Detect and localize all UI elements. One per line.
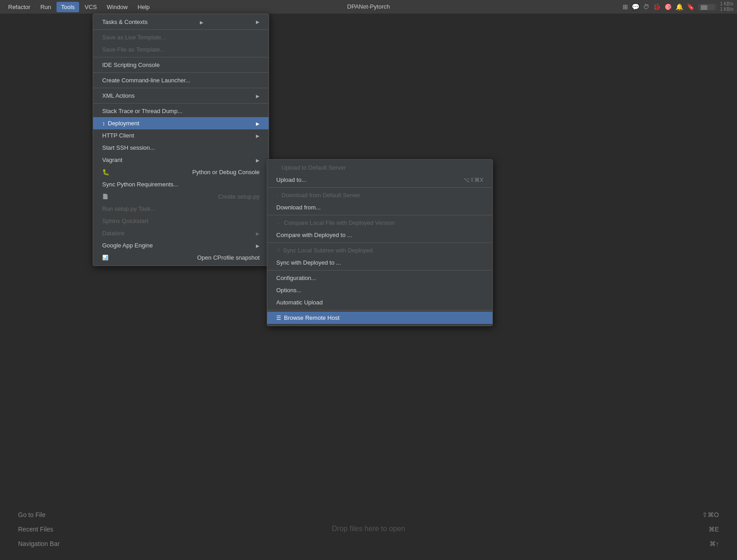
browse-remote-label: Browse Remote Host bbox=[284, 314, 340, 321]
google-app-engine-arrow bbox=[256, 242, 260, 249]
menu-vagrant[interactable]: Vagrant bbox=[93, 154, 269, 166]
deployment-arrow bbox=[256, 120, 260, 127]
deployment-label: Deployment bbox=[108, 120, 139, 127]
menu-ide-scripting[interactable]: IDE Scripting Console bbox=[93, 59, 269, 71]
menu-deployment[interactable]: ↕ Deployment bbox=[93, 117, 269, 129]
upload-to-label: Upload to... bbox=[276, 176, 307, 183]
options-label: Options... bbox=[276, 287, 302, 294]
tasks-contexts-arrow bbox=[200, 19, 203, 25]
menu-xml-actions[interactable]: XML Actions bbox=[93, 90, 269, 102]
submenu-compare-with[interactable]: Compare with Deployed to ... bbox=[267, 229, 492, 241]
submenu-sep-2 bbox=[267, 215, 492, 215]
save-file-template-label: Save File as Template... bbox=[102, 46, 165, 53]
tasks-contexts-label: Tasks & Contexts bbox=[102, 19, 147, 25]
menu-run-setup: Run setup.py Task... bbox=[93, 203, 269, 215]
upload-to-shortcut: ⌥⇧⌘X bbox=[463, 177, 483, 183]
menu-start-ssh[interactable]: Start SSH session... bbox=[93, 142, 269, 154]
nav-recent-files: Recent Files ⌘E bbox=[18, 522, 719, 536]
submenu-upload-default: ↑ Upload to Default Server bbox=[267, 161, 492, 174]
timer-icon: ⏱ bbox=[643, 3, 649, 10]
vagrant-arrow bbox=[256, 157, 260, 163]
menubar-item-tools[interactable]: Tools bbox=[57, 2, 79, 12]
python-debug-icon: 🐛 bbox=[102, 169, 109, 176]
bottom-nav: Go to File ⇧⌘O Recent Files ⌘E Navigatio… bbox=[0, 498, 737, 560]
submenu-sync-with[interactable]: Sync with Deployed to ... bbox=[267, 256, 492, 269]
recent-files-shortcut: ⌘E bbox=[709, 526, 719, 533]
menu-sep-2 bbox=[93, 57, 269, 57]
menu-http-client[interactable]: HTTP Client bbox=[93, 129, 269, 142]
ide-scripting-label: IDE Scripting Console bbox=[102, 62, 160, 68]
chat-icon: 💬 bbox=[632, 3, 639, 10]
save-live-template-label: Save as Live Template... bbox=[102, 34, 166, 41]
menu-sep-4 bbox=[93, 88, 269, 88]
recent-files-label: Recent Files bbox=[18, 526, 53, 533]
http-client-label: HTTP Client bbox=[102, 132, 134, 139]
submenu-automatic-upload[interactable]: Automatic Upload bbox=[267, 296, 492, 308]
bell-icon: 🔔 bbox=[676, 3, 683, 10]
create-launcher-label: Create Command-line Launcher... bbox=[102, 77, 190, 84]
go-to-file-label: Go to File bbox=[18, 511, 46, 518]
compare-local-label: Compare Local File with Deployed Version bbox=[284, 219, 395, 226]
configuration-label: Configuration... bbox=[276, 275, 316, 281]
menubar-item-window[interactable]: Window bbox=[102, 2, 132, 12]
menu-tasks-contexts[interactable]: Tasks & Contexts bbox=[93, 16, 269, 28]
menubar-item-run[interactable]: Run bbox=[36, 2, 56, 12]
submenu-download-default: ↓ Download from Default Server bbox=[267, 189, 492, 201]
menu-stack-trace[interactable]: Stack Trace or Thread Dump... bbox=[93, 105, 269, 117]
menu-sync-python-req[interactable]: Sync Python Requirements... bbox=[93, 178, 269, 190]
menu-create-launcher[interactable]: Create Command-line Launcher... bbox=[93, 74, 269, 86]
python-debug-label: Python or Debug Console bbox=[192, 169, 260, 176]
target-icon: 🎯 bbox=[664, 3, 672, 10]
sync-python-req-label: Sync Python Requirements... bbox=[102, 181, 178, 188]
submenu-sep-3 bbox=[267, 242, 492, 243]
go-to-file-shortcut: ⇧⌘O bbox=[702, 511, 719, 518]
menu-sphinx: Sphinx Quickstart bbox=[93, 215, 269, 227]
navigation-bar-label: Navigation Bar bbox=[18, 540, 60, 547]
submenu-browse-remote[interactable]: ☰ Browse Remote Host bbox=[267, 312, 492, 324]
xml-actions-label: XML Actions bbox=[102, 92, 135, 99]
browse-remote-icon: ☰ bbox=[276, 315, 281, 321]
menu-python-debug[interactable]: 🐛 Python or Debug Console bbox=[93, 166, 269, 178]
menubar-item-refactor[interactable]: Refactor bbox=[4, 2, 35, 12]
menubar-right: ⊞ 💬 ⏱ 🐞 🎯 🔔 🔖 ▓▓░░ 1 KB/s 1 KB/s bbox=[623, 1, 733, 12]
submenu-sep-1 bbox=[267, 187, 492, 188]
sync-local-icon: ↺ bbox=[276, 247, 280, 253]
menu-save-file-template: Save File as Template... bbox=[93, 43, 269, 56]
open-cprofile-label: Open CProfile snapshot bbox=[197, 254, 260, 261]
download-from-label: Download from... bbox=[276, 204, 321, 211]
xml-actions-arrow bbox=[256, 92, 260, 99]
create-setup-icon: 📄 bbox=[102, 194, 109, 199]
upload-default-label: Upload to Default Server bbox=[282, 164, 346, 171]
submenu-sep-5 bbox=[267, 310, 492, 310]
network-speed: 1 KB/s 1 KB/s bbox=[720, 1, 733, 12]
datalore-label: Datalore bbox=[102, 230, 124, 237]
menu-google-app-engine[interactable]: Google App Engine bbox=[93, 239, 269, 252]
sync-with-label: Sync with Deployed to ... bbox=[276, 259, 341, 266]
upload-default-icon: ↑ bbox=[276, 165, 279, 171]
menu-datalore: Datalore bbox=[93, 227, 269, 239]
submenu-options[interactable]: Options... bbox=[267, 284, 492, 296]
tools-dropdown: Tasks & Contexts Save as Live Template..… bbox=[93, 14, 269, 266]
menubar-item-help[interactable]: Help bbox=[133, 2, 154, 12]
open-cprofile-icon: 📊 bbox=[102, 255, 109, 261]
create-setup-label: Create setup.py bbox=[218, 193, 260, 200]
grid-icon: ⊞ bbox=[623, 3, 628, 10]
google-app-engine-label: Google App Engine bbox=[102, 242, 153, 249]
window-title: DPANet-Pytorch bbox=[347, 0, 390, 14]
run-setup-label: Run setup.py Task... bbox=[102, 205, 156, 212]
sync-local-label: Sync Local Subtree with Deployed bbox=[283, 247, 373, 254]
submenu-sep-4 bbox=[267, 270, 492, 271]
submenu-configuration[interactable]: Configuration... bbox=[267, 272, 492, 284]
compare-local-icon: ↔ bbox=[276, 220, 281, 226]
deployment-submenu: ↑ Upload to Default Server Upload to... … bbox=[267, 159, 493, 326]
vagrant-label: Vagrant bbox=[102, 157, 123, 163]
submenu-download-from[interactable]: Download from... bbox=[267, 201, 492, 214]
menu-sep-3 bbox=[93, 72, 269, 73]
menu-open-cprofile[interactable]: 📊 Open CProfile snapshot bbox=[93, 252, 269, 264]
menu-sep-1 bbox=[93, 29, 269, 30]
download-default-icon: ↓ bbox=[276, 193, 279, 198]
deployment-icon: ↕ bbox=[102, 120, 105, 127]
menubar-item-vcs[interactable]: VCS bbox=[80, 2, 101, 12]
submenu-upload-to[interactable]: Upload to... ⌥⇧⌘X bbox=[267, 174, 492, 186]
bug-icon: 🐞 bbox=[653, 3, 661, 10]
